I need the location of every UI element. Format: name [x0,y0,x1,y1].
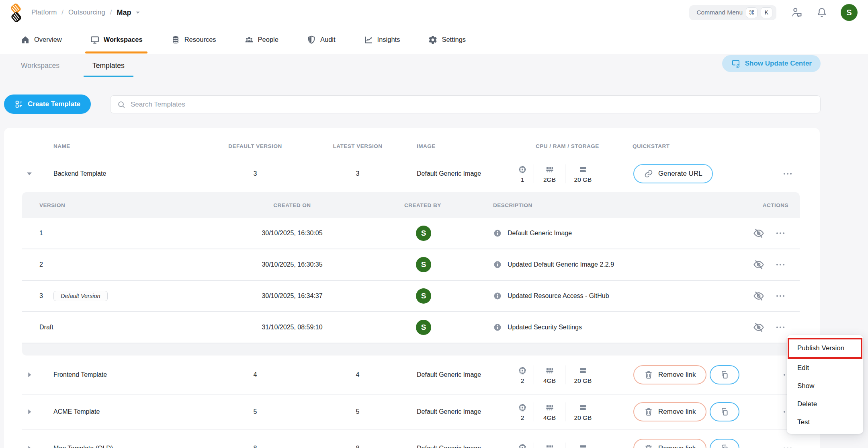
trash-icon [644,370,653,380]
version-description: Updated Security Settings [493,323,582,332]
remove-link-button[interactable]: Remove link [633,365,706,384]
row-divider [22,394,802,395]
storage-resource: 20 GB [565,402,600,421]
create-template-button[interactable]: Create Template [4,95,91,114]
column-header-image: IMAGE [417,143,436,149]
menu-item-test[interactable]: Test [787,413,863,431]
menu-item-edit[interactable]: Edit [787,359,863,377]
tab-audit[interactable]: Audit [302,25,340,54]
tab-label: Settings [442,36,466,43]
search-icon [117,100,126,109]
expand-row-icon[interactable] [24,370,35,380]
row-more-actions-icon[interactable] [782,443,793,448]
versions-column-header-version: VERSION [39,192,65,218]
hide-version-icon[interactable] [753,227,765,239]
template-name: Map Template (OLD) [53,445,113,448]
created-by-avatar: S [416,226,431,241]
notifications-bell-icon[interactable] [816,6,828,18]
tab-settings[interactable]: Settings [423,25,471,54]
storage-icon [578,402,588,413]
breadcrumb-current-dropdown[interactable]: Map [117,8,141,17]
version-number: 2 [39,261,43,268]
column-header-latest-version: LATEST VERSION [333,143,382,149]
row-more-actions-icon[interactable] [782,169,793,179]
image-name: Default Generic Image [417,170,481,177]
cpu-icon [517,402,528,413]
version-more-actions-icon[interactable] [775,291,786,301]
tab-people[interactable]: People [240,25,283,54]
tab-overview[interactable]: Overview [16,25,67,54]
show-update-center-button[interactable]: Show Update Center [722,55,821,72]
version-row: 1 30/10/2025, 16:30:05 S Default Generic… [22,218,800,249]
quickstart-actions: Generate URL [633,164,713,183]
app-logo-icon[interactable] [7,3,25,22]
copy-template-button[interactable] [710,365,739,384]
breadcrumb-outsourcing[interactable]: Outsourcing [68,8,105,16]
cpu-icon [517,164,528,175]
template-name: Backend Template [53,170,106,177]
row-context-menu: Publish VersionEditShowDeleteTest [787,335,863,434]
menu-item-show[interactable]: Show [787,377,863,395]
description-text: Updated Resource Access - GitHub [508,292,609,300]
storage-value: 20 GB [574,176,592,183]
tab-resources[interactable]: Resources [166,25,221,54]
version-more-actions-icon[interactable] [775,228,786,238]
cmd-keycap: ⌘ [746,7,757,18]
create-template-label: Create Template [28,100,80,108]
resources-cluster: 1 2GB 20 GB [511,164,600,183]
created-by-avatar: S [416,320,431,335]
version-more-actions-icon[interactable] [775,322,786,333]
version-more-actions-icon[interactable] [775,259,786,270]
copy-icon [720,370,729,380]
gear-icon [428,35,438,45]
tab-label: Resources [184,36,216,43]
created-by-avatar: S [416,288,431,304]
monitor-icon [90,35,100,45]
ram-resource [534,443,565,448]
tab-insights[interactable]: Insights [359,25,405,54]
cpu-value: 2 [521,377,524,384]
copy-icon [720,444,729,448]
quickstart-actions: Remove link [633,365,739,384]
user-feedback-icon[interactable] [791,6,803,18]
expand-row-icon[interactable] [24,407,35,417]
menu-item-delete[interactable]: Delete [787,395,863,413]
remove-link-button[interactable]: Remove link [633,402,706,421]
subtab-templates[interactable]: Templates [84,58,133,77]
subnav-divider [12,79,821,79]
user-avatar[interactable]: S [841,4,858,21]
hide-version-icon[interactable] [753,259,765,271]
copy-template-button[interactable] [710,402,739,421]
default-version-value: 8 [254,445,257,448]
command-menu-button[interactable]: Command Menu ⌘ K [689,5,776,20]
tab-label: Audit [320,36,336,43]
expand-row-icon[interactable] [24,443,35,448]
column-header-quickstart: QUICKSTART [633,143,670,149]
copy-icon [720,407,729,417]
latest-version-value: 4 [356,371,360,378]
breadcrumb-platform[interactable]: Platform [31,8,57,16]
row-divider [22,429,802,430]
created-on-value: 30/10/2025, 16:34:37 [262,292,322,300]
tab-workspaces[interactable]: Workspaces [85,25,147,54]
generate-url-button[interactable]: Generate URL [633,164,713,183]
main-nav: Overview Workspaces Resources People Aud… [0,25,868,54]
copy-template-button[interactable] [710,439,739,448]
hide-version-icon[interactable] [753,290,765,302]
version-number: 1 [39,230,43,237]
menu-item-publish-version[interactable]: Publish Version [788,338,862,359]
hide-version-icon[interactable] [753,321,765,333]
home-icon [20,35,30,45]
remove-link-button[interactable]: Remove link [633,439,706,448]
update-center-icon [731,59,741,68]
subtab-workspaces[interactable]: Workspaces [12,58,68,77]
collapse-row-icon[interactable] [24,169,35,179]
version-number: 3Default Version [39,291,108,301]
tab-label: Overview [34,36,62,43]
storage-icon [578,164,588,175]
search-templates-input[interactable] [131,101,814,109]
cpu-icon [517,366,528,376]
template-row: Backend Template 3 3 Default Generic Ima… [4,155,820,192]
storage-resource [565,443,600,448]
breadcrumb: Platform / Outsourcing / Map [31,0,141,25]
